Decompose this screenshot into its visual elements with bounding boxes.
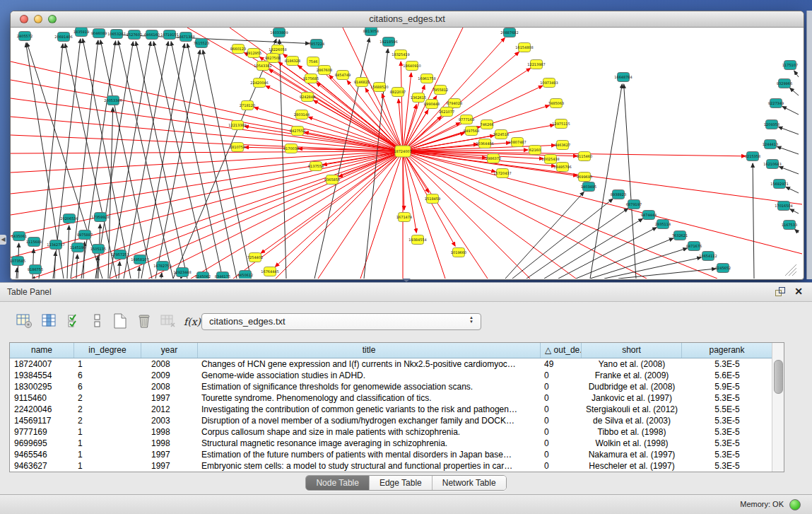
table-cell: 6 [74,370,141,381]
svg-text:20691406: 20691406 [54,35,72,39]
table-cell: 1997 [141,449,198,460]
svg-text:8346175: 8346175 [215,274,230,279]
table-cell: 0 [541,449,582,460]
column-header-year[interactable]: year [141,343,198,358]
table-cell: 2009 [141,370,198,381]
table-cell: 0 [541,415,582,426]
table-settings-icon[interactable] [15,313,33,331]
svg-text:7615523: 7615523 [194,41,209,45]
svg-text:9699695: 9699695 [577,175,592,179]
float-window-icon[interactable] [775,287,785,296]
svg-text:17016504: 17016504 [775,204,792,208]
table-cell: Genome-wide association studies in ADHD. [198,370,541,381]
network-canvas-area[interactable]: 1872400786601238912955182260589827508818… [11,28,802,279]
tab-edge-table[interactable]: Edge Table [370,476,433,490]
column-header-name[interactable]: name [10,343,74,358]
row-height-icon[interactable] [88,313,107,331]
select-all-icon[interactable] [66,313,84,331]
window-titlebar[interactable]: citations_edges.txt [11,11,804,28]
table-cell: Embryonic stem cells: a model to study s… [198,460,541,472]
svg-text:10025438: 10025438 [541,157,559,161]
svg-text:20364486: 20364486 [476,141,493,146]
table-cell: 0 [541,381,582,392]
table-cell: 5.3E-5 [682,460,772,472]
table-row[interactable]: 1456911722003Disruption of a novel membe… [10,415,784,426]
svg-text:9777169: 9777169 [459,117,474,122]
scrollbar-thumb[interactable] [774,360,783,394]
network-canvas[interactable]: 1872400786601238912955182260589827508818… [11,28,802,279]
table-cell: Disruption of a novel member of a sodium… [198,415,541,426]
svg-text:9175685: 9175685 [303,76,319,81]
delete-column-icon[interactable] [135,313,153,331]
table-cell: 2 [74,392,141,404]
svg-text:12213987: 12213987 [527,62,545,66]
table-row[interactable]: 2242004622012Investigating the contribut… [10,404,784,415]
table-cell: 5.9E-5 [682,381,772,392]
svg-text:8938923: 8938923 [611,192,626,197]
svg-text:15692971: 15692971 [770,182,788,186]
svg-text:10973493: 10973493 [540,81,558,85]
svg-text:1835919: 1835919 [73,30,89,34]
vertical-scrollbar[interactable] [772,343,784,472]
svg-text:2867608: 2867608 [317,68,332,72]
table-row[interactable]: 969969511998Structural magnetic resonanc… [10,438,784,449]
svg-text:1435061: 1435061 [11,234,27,238]
svg-text:10719155: 10719155 [160,33,178,37]
tab-network-table[interactable]: Network Table [433,476,506,490]
table-cell: 1 [74,438,141,449]
table-row[interactable]: 1830029562008Estimation of significance … [10,381,784,392]
table-cell: 19384554 [10,370,74,381]
table-row[interactable]: 1938455462009Genome-wide association stu… [10,370,784,381]
table-row[interactable]: 946362711997Embryonic stem cells: a mode… [10,460,784,472]
column-header-title[interactable]: title [198,343,541,358]
table-cell: 2008 [141,358,198,370]
table-cell: 0 [541,460,582,472]
table-row[interactable]: 911546021997Tourette syndrome. Phenomeno… [10,392,784,404]
svg-text:62160: 62160 [529,148,541,152]
svg-text:1209358: 1209358 [764,122,779,127]
table-cell: 9699695 [10,438,74,449]
function-builder-icon[interactable]: f(x) [183,313,201,331]
close-icon[interactable]: ✕ [794,286,803,297]
table-row[interactable]: 1872400712008Changes of HCN gene express… [10,358,784,370]
table-row[interactable]: 977716911998Corpus callosum shape and si… [10,426,784,438]
column-header-in_degree[interactable]: in_degree [74,343,141,358]
svg-text:16671388: 16671388 [177,35,194,39]
column-header-out_de[interactable]: △ out_de... [541,343,582,358]
network-window: citations_edges.txt 18724007866012389129… [10,11,804,280]
table-cell: 2008 [141,381,198,392]
svg-text:10543382: 10543382 [254,64,271,68]
svg-text:10807487: 10807487 [508,140,526,144]
table-cell: 2003 [141,415,198,426]
svg-text:22420046: 22420046 [250,81,268,85]
svg-text:9827508: 9827508 [265,56,281,60]
table-row[interactable]: 946554611997Estimation of the future num… [10,449,784,460]
svg-text:2935114: 2935114 [655,222,671,226]
table-selector-dropdown[interactable]: citations_edges.txt ▲▼ [201,313,481,330]
svg-text:8427552: 8427552 [290,129,305,133]
svg-text:9227349: 9227349 [768,101,784,105]
toggle-column-icon[interactable] [40,313,59,331]
svg-text:9245062: 9245062 [195,274,211,279]
tab-node-table[interactable]: Node Table [306,476,370,490]
table-cell: 2012 [141,404,198,415]
table-cell: 14569117 [10,415,74,426]
svg-text:18495796: 18495796 [553,165,571,169]
table-cell: 1997 [141,392,198,404]
svg-text:8990448: 8990448 [424,102,440,106]
table-cell: de Silva et al. (2003) [582,415,682,426]
svg-text:16033809: 16033809 [270,30,288,35]
svg-text:15720437: 15720437 [493,171,511,175]
adjacent-window-edge [806,11,812,279]
table-cell: 18300295 [10,381,74,392]
delete-table-icon[interactable] [159,313,177,331]
svg-text:2405572: 2405572 [17,34,33,38]
collapse-left-arrow[interactable]: ◀ [0,235,6,245]
column-header-pagerank[interactable]: pagerank [682,343,772,358]
column-header-short[interactable]: short [582,343,682,358]
new-table-icon[interactable] [111,313,129,331]
table-cell: Structural magnetic resonance image aver… [198,438,541,449]
svg-text:7986372: 7986372 [486,156,501,160]
svg-text:17359928: 17359928 [91,215,109,219]
table-cell: Estimation of significance thresholds fo… [198,381,541,392]
